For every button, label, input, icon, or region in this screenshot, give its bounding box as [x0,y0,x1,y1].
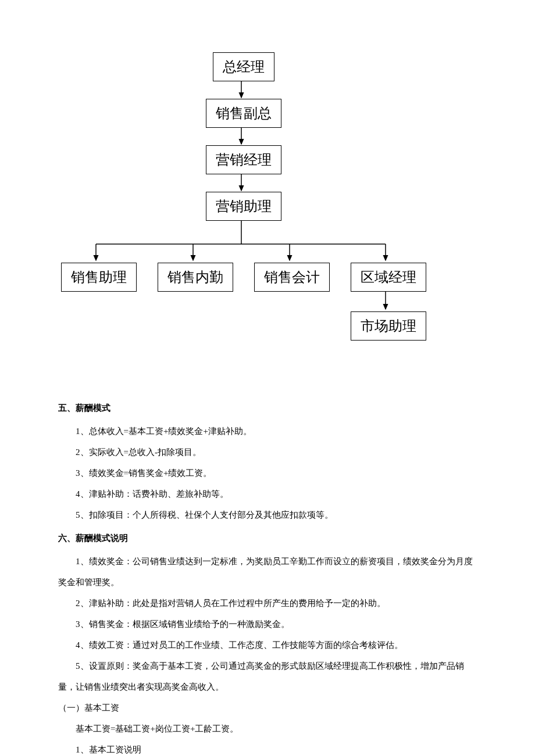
section-5-title: 五、薪酬模式 [58,397,477,418]
subsection-1-title: （一）基本工资 [58,697,477,718]
node-sales-clerk: 销售内勤 [158,263,233,292]
s5-item-2: 2、实际收入=总收入-扣除项目。 [58,442,477,463]
s6-item-2: 2、津贴补助：此处是指对营销人员在工作过程中所产生的费用给予一定的补助。 [58,593,477,614]
document-body: 五、薪酬模式 1、总体收入=基本工资+绩效奖金+津贴补助。 2、实际收入=总收入… [0,378,535,756]
s6-item-5: 5、设置原则：奖金高于基本工资，公司通过高奖金的形式鼓励区域经理提高工作积极性，… [58,655,477,697]
s5-item-5: 5、扣除项目：个人所得税、社保个人支付部分及其他应扣款项等。 [58,504,477,525]
s5-item-1: 1、总体收入=基本工资+绩效奖金+津贴补助。 [58,421,477,442]
node-marketing-assistant: 营销助理 [206,192,281,221]
node-general-manager: 总经理 [213,52,274,81]
s6-item-3: 3、销售奖金：根据区域销售业绩给予的一种激励奖金。 [58,614,477,635]
section-6-title: 六、薪酬模式说明 [58,528,477,549]
node-marketing-manager: 营销经理 [206,145,281,174]
s6-item-4: 4、绩效工资：通过对员工的工作业绩、工作态度、工作技能等方面的综合考核评估。 [58,635,477,655]
node-market-assistant: 市场助理 [351,311,426,341]
node-sales-accountant: 销售会计 [254,263,330,292]
node-sales-vp: 销售副总 [206,99,281,128]
node-sales-assistant: 销售助理 [61,263,137,292]
node-regional-manager: 区域经理 [351,263,426,292]
org-chart: 总经理 销售副总 营销经理 营销助理 销售助理 销售内勤 销售会计 区域经理 市… [64,52,471,378]
sub1-item-1: 1、基本工资说明 [58,739,477,756]
s5-item-3: 3、绩效奖金=销售奖金+绩效工资。 [58,463,477,483]
sub1-formula: 基本工资=基础工资+岗位工资+工龄工资。 [58,718,477,739]
s6-item-1: 1、绩效奖金：公司销售业绩达到一定标准，为奖励员工辛勤工作而设立的薪资项目，绩效… [58,551,477,593]
s5-item-4: 4、津贴补助：话费补助、差旅补助等。 [58,483,477,504]
